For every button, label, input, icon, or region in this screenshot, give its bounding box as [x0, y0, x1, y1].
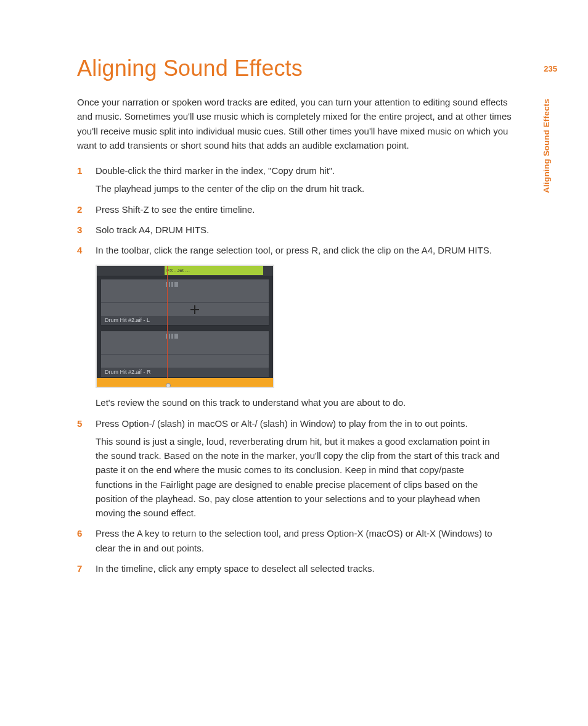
- step-6: 6 Press the A key to return to the selec…: [77, 526, 502, 555]
- step-text: Press Option-/ (slash) in macOS or Alt-/…: [96, 418, 468, 429]
- playhead-icon: [167, 266, 168, 378]
- page-title: Aligning Sound Effects: [77, 56, 303, 81]
- step-7: 7 In the timeline, click any empty space…: [77, 561, 502, 575]
- step-1: 1 Double-click the third marker in the i…: [77, 163, 502, 196]
- step-text: Press the A key to return to the selecti…: [96, 528, 492, 553]
- track-drum-hit-l: Drum Hit #2.aif - L: [100, 279, 269, 326]
- page-number: 235: [544, 64, 557, 73]
- step-text: Double-click the third marker in the ind…: [96, 165, 335, 176]
- track-label: Drum Hit #2.aif - L: [101, 316, 269, 325]
- step-number: 1: [77, 163, 82, 178]
- step-text: Solo track A4, DRUM HITS.: [96, 225, 209, 235]
- step-5: 5 Press Option-/ (slash) in macOS or Alt…: [77, 416, 502, 521]
- intro-paragraph: Once your narration or spoken word track…: [77, 95, 521, 152]
- step-4: 4 In the toolbar, click the range select…: [77, 243, 502, 410]
- page-content: Aligning Sound Effects 235 Once your nar…: [0, 0, 588, 575]
- step-subtext: The playhead jumps to the center of the …: [96, 181, 502, 196]
- track-drum-hit-r: Drum Hit #2.aif - R: [100, 331, 269, 377]
- range-cursor-icon: [190, 305, 199, 314]
- header-row: Aligning Sound Effects 235: [77, 56, 526, 95]
- side-section-label: Aligning Sound Effects: [542, 99, 551, 193]
- screenshot-bottom-clip: [97, 378, 273, 387]
- step-2: 2 Press Shift-Z to see the entire timeli…: [77, 202, 502, 217]
- track-label: Drum Hit #2.aif - R: [101, 368, 269, 377]
- screenshot-tracks: Drum Hit #2.aif - L Drum Hit #2.aif - R: [97, 276, 273, 378]
- step-text: In the timeline, click any empty space t…: [96, 563, 375, 574]
- clip-fx-jet: FX - Jet …: [165, 266, 263, 275]
- timeline-screenshot: FX - Jet … Drum Hit #2.aif - L Drum Hit …: [96, 265, 274, 388]
- step-text: Press Shift-Z to see the entire timeline…: [96, 204, 255, 215]
- track-midline: [101, 302, 269, 303]
- step-text: In the toolbar, click the range selectio…: [96, 245, 492, 255]
- step-number: 2: [77, 202, 82, 217]
- step-number: 3: [77, 223, 82, 237]
- step-number: 6: [77, 526, 82, 540]
- track-midline: [101, 354, 269, 355]
- steps-list: 1 Double-click the third marker in the i…: [77, 163, 502, 575]
- step-number: 5: [77, 416, 82, 431]
- step-aftertext: Let's review the sound on this track to …: [96, 395, 502, 410]
- step-subtext: This sound is just a single, loud, rever…: [96, 434, 502, 521]
- step-number: 4: [77, 243, 82, 257]
- step-3: 3 Solo track A4, DRUM HITS.: [77, 223, 502, 237]
- scrub-handle-icon: [166, 383, 171, 388]
- step-number: 7: [77, 561, 82, 575]
- waveform-icon: [166, 334, 190, 339]
- screenshot-ruler: FX - Jet …: [97, 266, 273, 276]
- waveform-icon: [166, 282, 190, 287]
